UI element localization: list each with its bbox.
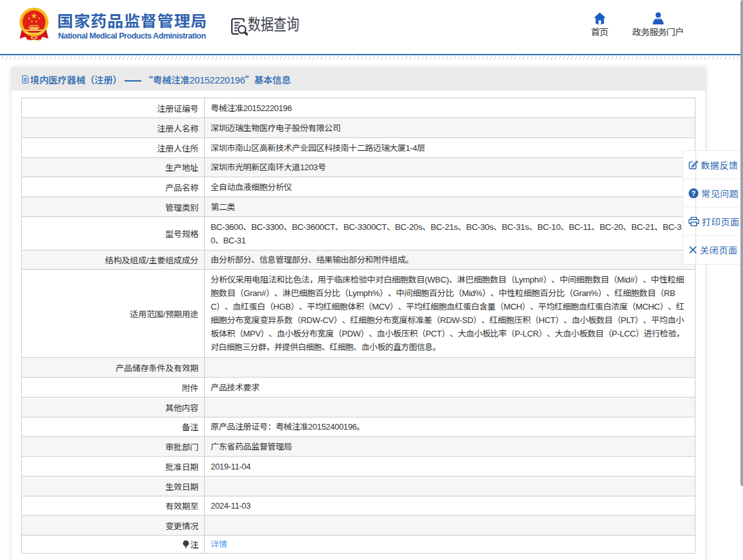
svg-text:?: ? (692, 189, 696, 197)
